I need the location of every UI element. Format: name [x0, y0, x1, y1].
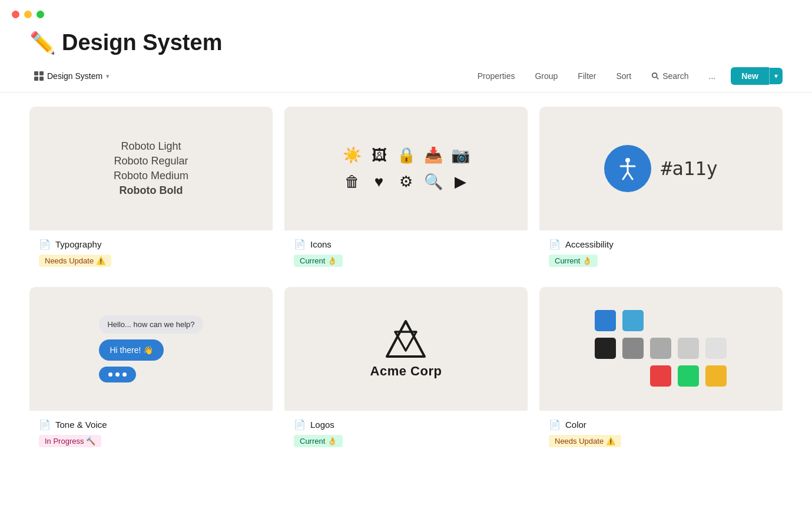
filter-button[interactable]: Filter: [573, 69, 601, 83]
icons-title: Icons: [310, 239, 332, 249]
empty-swatch-3: [705, 310, 728, 332]
accessibility-card-info: 📄 Accessibility Current 👌: [539, 230, 783, 275]
icons-preview: ☀️ 🖼 🔒 📥 📷 🗑 ♥ ⚙ 🔍 ▶: [284, 107, 528, 230]
empty-swatch-1: [650, 310, 672, 332]
minimize-button[interactable]: [24, 11, 32, 18]
typing-dot-2: [115, 372, 120, 377]
image-icon: 🖼: [370, 146, 389, 164]
svg-line-5: [623, 172, 628, 179]
camera-icon: 📷: [451, 146, 470, 164]
typography-card[interactable]: Roboto Light Roboto Regular Roboto Mediu…: [29, 107, 273, 275]
document-icon: 📄: [39, 239, 51, 250]
svg-point-2: [625, 158, 630, 163]
group-label: Group: [535, 71, 558, 81]
search-label: Search: [662, 71, 688, 81]
color-badge: Needs Update ⚠️: [549, 435, 621, 447]
icons-card-info: 📄 Icons Current 👌: [284, 230, 528, 275]
empty-swatch-4: [595, 365, 617, 388]
logos-preview: Acme Corp: [284, 287, 528, 411]
title-emoji: ✏️: [29, 31, 56, 55]
grid-view-icon: [34, 71, 44, 81]
icons-grid: ☀️ 🖼 🔒 📥 📷 🗑 ♥ ⚙ 🔍 ▶: [331, 134, 482, 203]
download-icon: 📥: [424, 146, 443, 164]
new-button-wrapper: New ▾: [731, 67, 783, 85]
close-button[interactable]: [12, 11, 19, 18]
chat-bubble-question: Hello... how can we help?: [99, 315, 203, 334]
sort-label: Sort: [616, 71, 631, 81]
svg-line-1: [657, 77, 658, 79]
acme-triangle-logo: [382, 319, 429, 361]
icons-card[interactable]: ☀️ 🖼 🔒 📥 📷 🗑 ♥ ⚙ 🔍 ▶ 📄 Icons Current 👌: [284, 107, 528, 275]
icons-title-row: 📄 Icons: [294, 239, 518, 250]
settings-icon: ⚙: [397, 173, 416, 191]
title-text: Design System: [62, 30, 222, 55]
chat-preview: Hello... how can we help? Hi there! 👋: [87, 309, 214, 388]
color-title: Color: [565, 420, 586, 430]
typo-regular: Roboto Regular: [114, 155, 188, 167]
card-grid: Roboto Light Roboto Regular Roboto Mediu…: [0, 107, 812, 473]
accessibility-card[interactable]: #a11y 📄 Accessibility Current 👌: [539, 107, 783, 275]
color-swatch-mid-gray: [650, 338, 671, 359]
play-icon: ▶: [451, 173, 470, 191]
accessibility-preview: #a11y: [539, 107, 783, 230]
accessibility-icon: [615, 156, 641, 182]
acme-corp-text: Acme Corp: [370, 364, 442, 379]
tone-voice-card[interactable]: Hello... how can we help? Hi there! 👋 📄 …: [29, 287, 273, 456]
typography-card-info: 📄 Typography Needs Update ⚠️: [29, 230, 273, 275]
color-card[interactable]: 📄 Color Needs Update ⚠️: [539, 287, 783, 456]
new-button[interactable]: New: [731, 67, 769, 85]
color-swatch-gray: [622, 338, 644, 359]
typo-light: Roboto Light: [121, 140, 181, 153]
properties-button[interactable]: Properties: [473, 69, 520, 83]
chevron-down-icon: ▾: [106, 72, 110, 80]
logos-title-row: 📄 Logos: [294, 419, 518, 430]
maximize-button[interactable]: [37, 11, 44, 18]
color-swatch-green: [678, 365, 699, 387]
heart-icon: ♥: [370, 173, 389, 191]
sort-button[interactable]: Sort: [611, 69, 636, 83]
page-title: ✏️ Design System: [29, 30, 783, 55]
color-swatch-black: [595, 338, 616, 359]
search-icon: 🔍: [424, 173, 443, 191]
more-options-button[interactable]: ...: [704, 69, 721, 83]
new-dropdown-icon: ▾: [774, 72, 778, 80]
svg-point-0: [652, 73, 657, 78]
document-icon: 📄: [294, 239, 306, 250]
svg-line-6: [628, 172, 632, 179]
typing-dot-3: [122, 372, 127, 377]
color-swatch-light-blue: [622, 310, 644, 331]
a11y-circle: [604, 145, 651, 192]
tone-voice-title-row: 📄 Tone & Voice: [39, 419, 263, 430]
a11y-label: #a11y: [661, 157, 717, 180]
typography-preview: Roboto Light Roboto Regular Roboto Mediu…: [29, 107, 273, 230]
search-button[interactable]: Search: [647, 69, 693, 83]
color-swatch-light-gray: [678, 338, 699, 359]
color-card-info: 📄 Color Needs Update ⚠️: [539, 411, 783, 456]
brightness-icon: ☀️: [343, 146, 362, 164]
color-swatch-lighter-gray: [705, 338, 727, 359]
document-icon: 📄: [39, 419, 51, 430]
tone-voice-title: Tone & Voice: [55, 420, 107, 430]
accessibility-title: Accessibility: [565, 239, 614, 249]
color-swatches: [586, 302, 736, 396]
database-selector-label: Design System: [47, 71, 102, 81]
typography-badge: Needs Update ⚠️: [39, 255, 111, 267]
filter-label: Filter: [578, 71, 596, 81]
document-icon: 📄: [294, 419, 306, 430]
group-button[interactable]: Group: [530, 69, 562, 83]
color-title-row: 📄 Color: [549, 419, 773, 430]
icons-badge: Current 👌: [294, 255, 343, 267]
typing-dot-1: [108, 372, 112, 377]
typography-preview-content: Roboto Light Roboto Regular Roboto Mediu…: [114, 140, 188, 197]
empty-swatch-2: [678, 310, 700, 332]
logos-card[interactable]: Acme Corp 📄 Logos Current 👌: [284, 287, 528, 456]
new-button-label: New: [741, 71, 758, 81]
database-selector[interactable]: Design System ▾: [29, 69, 114, 83]
page-header: ✏️ Design System: [0, 24, 812, 55]
tone-preview: Hello... how can we help? Hi there! 👋: [29, 287, 273, 411]
lock-icon: 🔒: [397, 146, 416, 164]
new-button-dropdown[interactable]: ▾: [769, 68, 783, 84]
trash-icon: 🗑: [343, 173, 362, 191]
color-swatch-red: [650, 365, 671, 387]
chat-typing-indicator: [99, 367, 136, 382]
